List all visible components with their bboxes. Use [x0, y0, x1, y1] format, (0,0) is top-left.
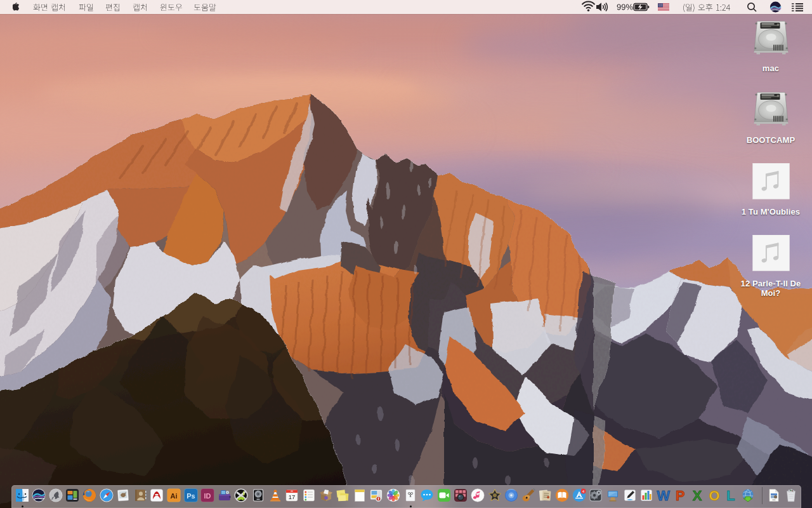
svg-text:O: O [709, 488, 719, 502]
svg-text:L: L [726, 488, 735, 502]
svg-text:Ps: Ps [187, 492, 195, 500]
svg-text:ID: ID [204, 492, 211, 500]
svg-text:Ai: Ai [171, 492, 178, 500]
svg-text:W: W [657, 488, 670, 502]
svg-text:17: 17 [289, 493, 296, 500]
svg-text:X: X [693, 488, 702, 502]
svg-text:P: P [676, 488, 685, 502]
